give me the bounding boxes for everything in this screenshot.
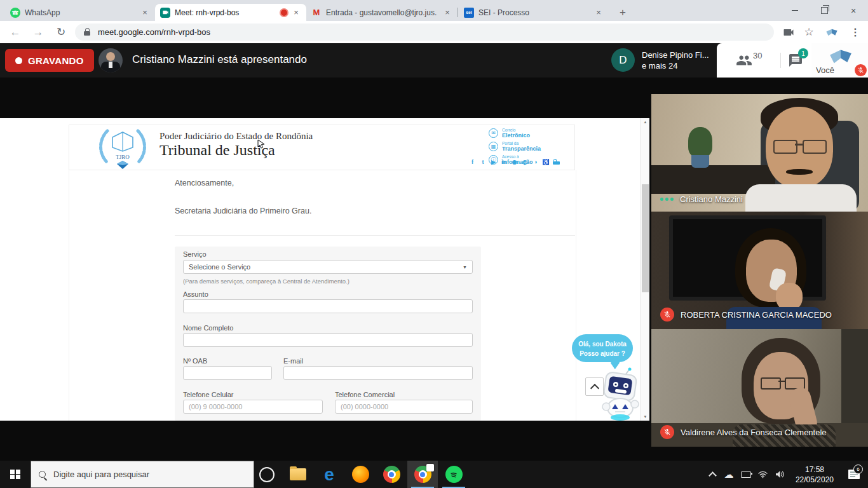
minimize-icon (792, 10, 798, 11)
onedrive-icon[interactable]: ☁ (721, 469, 737, 480)
firefox-icon (352, 466, 369, 483)
linkedin-icon[interactable]: in (501, 159, 508, 165)
file-explorer-button[interactable] (283, 461, 313, 488)
facebook-icon[interactable]: f (469, 159, 476, 165)
chatbot-line2: Posso ajudar ? (572, 349, 633, 358)
window-minimize-button[interactable] (780, 0, 810, 21)
servico-select[interactable]: Selecione o Serviço ▼ (183, 260, 473, 274)
back-button[interactable]: ← (5, 21, 25, 43)
extension-book-icon[interactable] (821, 21, 843, 43)
window-restore-button[interactable] (810, 0, 839, 21)
meet-camera-icon (160, 8, 170, 18)
bookmark-star-icon[interactable]: ☆ (799, 21, 818, 43)
close-tab-icon[interactable]: × (140, 8, 150, 17)
camera-permission-icon[interactable] (778, 21, 799, 43)
link-portal-transparencia[interactable]: ▦ Portal da Transparência (489, 141, 541, 152)
email-input[interactable] (283, 366, 473, 380)
tel-comercial-label: Telefone Comercial (335, 391, 395, 398)
start-button[interactable] (0, 461, 31, 488)
quick-link-big: Transparência (502, 146, 541, 152)
video-tile-roberta[interactable]: ROBERTA CRISTINA GARCIA MACEDO (651, 212, 868, 329)
close-tab-icon[interactable]: × (442, 8, 452, 17)
panel-divider (780, 53, 781, 68)
tray-expand-button[interactable] (705, 471, 721, 478)
self-view-thumbnail[interactable]: Você (811, 43, 868, 78)
flickr-icon[interactable]: ◉ (511, 159, 518, 165)
clock[interactable]: 17:58 22/05/2020 (796, 464, 834, 485)
taskbar-search-box[interactable]: Digite aqui para pesquisar (31, 461, 254, 488)
wifi-icon[interactable] (755, 471, 771, 478)
glasses-left (761, 377, 781, 390)
meet-top-bar: GRAVANDO Cristiano Mazzini está apresent… (0, 43, 868, 78)
avatar-shirt (109, 62, 112, 68)
spotify-button[interactable] (438, 461, 469, 488)
page-scrollbar[interactable]: ▲ ▼ (640, 118, 649, 421)
close-tab-icon[interactable]: × (291, 8, 301, 17)
participants-preview-name: Denise Pipino Fi... (642, 50, 709, 60)
address-bar[interactable]: meet.google.com/rnh-vrpd-bos (75, 24, 774, 41)
chatbot-robot-mascot[interactable] (596, 367, 644, 421)
video-tile-cristiano[interactable]: Cristiano Mazzini (651, 94, 868, 212)
tab-sei[interactable]: sei SEI - Processo × (459, 4, 609, 21)
tab-whatsapp[interactable]: ☎ WhatsApp × (5, 4, 155, 21)
self-mic-muted-icon[interactable] (855, 64, 867, 76)
youtube-icon[interactable]: ▶ (490, 159, 497, 165)
participant-name: Cristiano Mazzini (680, 194, 743, 204)
edge-icon: e (324, 466, 334, 484)
tel-comercial-input[interactable] (335, 400, 473, 414)
ssl-lock-icon[interactable] (84, 31, 90, 36)
nome-completo-input[interactable] (183, 333, 473, 347)
browser-menu-button[interactable]: ⋮ (846, 21, 864, 43)
participants-list-button[interactable]: 30 (736, 52, 762, 69)
action-center-button[interactable]: 6 (840, 470, 868, 479)
instagram-icon[interactable]: ◎ (522, 159, 529, 165)
chrome-active-window-button[interactable] (407, 461, 438, 488)
forward-button[interactable]: → (28, 21, 48, 43)
email-label: E-mail (283, 357, 303, 365)
assunto-label: Assunto (183, 290, 208, 298)
chevron-up-icon (709, 471, 717, 480)
close-tab-icon[interactable]: × (593, 8, 604, 17)
tel-celular-input[interactable] (183, 400, 323, 414)
link-correio-eletronico[interactable]: ✉ Correio Eletrônico (489, 128, 530, 139)
lock-icon[interactable] (553, 161, 560, 165)
volume-icon[interactable] (771, 470, 789, 478)
scrollbar-thumb[interactable] (642, 184, 649, 292)
tab-gmail[interactable]: M Entrada - gustavomello@tjro.jus. × (306, 4, 458, 21)
mouse-cursor (257, 139, 266, 149)
new-tab-button[interactable]: + (614, 4, 632, 21)
tab-meet[interactable]: Meet: rnh-vrpd-bos × (155, 4, 306, 21)
scroll-up-arrow[interactable]: ▲ (641, 120, 649, 124)
reload-button[interactable]: ↻ (51, 21, 71, 43)
glasses-left (773, 140, 797, 154)
cortana-button[interactable] (252, 461, 282, 488)
tab-title: SEI - Processo (478, 8, 593, 17)
windows-logo-icon (10, 470, 20, 480)
assunto-input[interactable] (183, 299, 473, 313)
twitter-icon[interactable]: t (480, 159, 487, 165)
participants-preview[interactable]: D Denise Pipino Fi... e mais 24 (611, 48, 709, 72)
presenter-avatar (98, 48, 123, 72)
new-tab-icon: + (620, 6, 626, 19)
scroll-down-arrow[interactable]: ▼ (641, 415, 649, 419)
quick-link-small: Correio (502, 128, 530, 132)
search-icon (39, 471, 46, 478)
video-tile-valdirene[interactable]: Valdirene Alves da Fonseca Clementele (651, 329, 868, 447)
shirt (745, 184, 857, 212)
firefox-button[interactable] (345, 461, 376, 488)
chatbot-speech-bubble[interactable]: Olá, sou Dakota Posso ajudar ? (572, 334, 633, 362)
chat-button[interactable]: 1 (788, 53, 803, 71)
window-close-button[interactable]: × (839, 0, 868, 21)
accessibility-icon[interactable]: ♿ (543, 159, 550, 165)
book-avatar-icon (828, 48, 853, 65)
browser-toolbar: ← → ↻ meet.google.com/rnh-vrpd-bos ☆ ⋮ (0, 21, 868, 43)
battery-icon[interactable] (737, 471, 755, 478)
transparency-icon: ▦ (489, 142, 498, 151)
contrast-icon[interactable]: ◑ (532, 159, 539, 165)
edge-button[interactable]: e (314, 461, 344, 488)
you-label: Você (816, 65, 834, 75)
chrome-button[interactable] (376, 461, 407, 488)
nome-label: Nome Completo (183, 324, 233, 332)
oab-input[interactable] (183, 366, 272, 380)
participant-avatar: D (611, 48, 635, 72)
